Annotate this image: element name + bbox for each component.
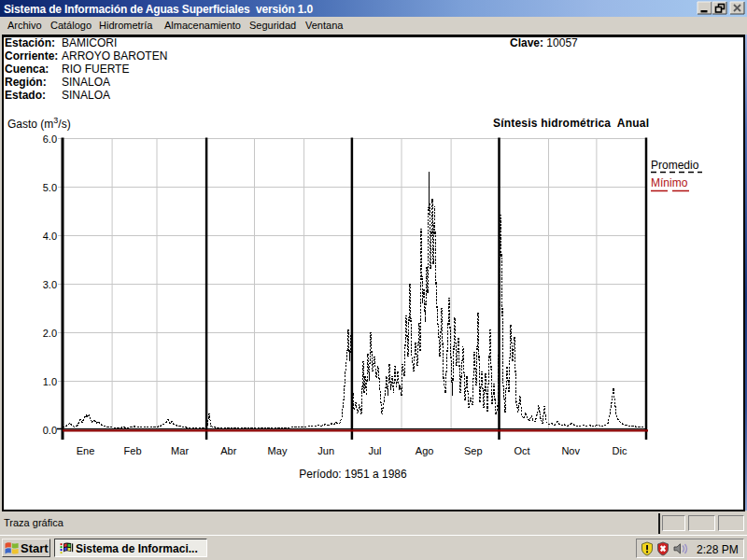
- svg-text:Sep: Sep: [464, 445, 483, 456]
- svg-text:Dic: Dic: [613, 445, 627, 456]
- svg-text:Jun: Jun: [317, 445, 334, 456]
- svg-text:4.0: 4.0: [43, 231, 57, 242]
- svg-text:May: May: [268, 445, 288, 456]
- svg-text:6.0: 6.0: [43, 133, 57, 145]
- svg-text:Nov: Nov: [561, 445, 580, 456]
- svg-text:2.0: 2.0: [43, 328, 57, 339]
- svg-text:1.0: 1.0: [43, 376, 57, 387]
- svg-text:Oct: Oct: [514, 445, 529, 456]
- svg-text:3.0: 3.0: [43, 279, 57, 290]
- svg-text:Ene: Ene: [77, 445, 95, 456]
- svg-text:Feb: Feb: [124, 445, 142, 456]
- svg-text:Ago: Ago: [416, 445, 434, 456]
- svg-text:0.0: 0.0: [43, 425, 57, 436]
- svg-text:Mar: Mar: [171, 445, 189, 456]
- svg-text:Abr: Abr: [220, 445, 236, 456]
- svg-text:Mínimo: Mínimo: [651, 176, 688, 189]
- svg-text:5.0: 5.0: [43, 182, 57, 193]
- svg-text:Período: 1951 a 1986: Período: 1951 a 1986: [299, 468, 407, 481]
- svg-text:Jul: Jul: [368, 445, 381, 456]
- svg-text:Promedio: Promedio: [651, 159, 699, 172]
